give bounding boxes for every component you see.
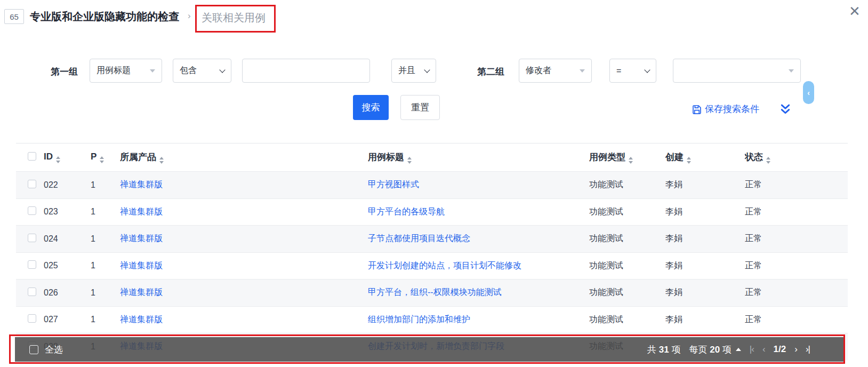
select-all-label: 全选 — [45, 344, 63, 356]
caret-down-icon — [150, 69, 155, 73]
field1-select[interactable]: 用例标题 — [90, 59, 162, 83]
product-link[interactable]: 禅道集群版 — [120, 315, 163, 324]
search-button[interactable]: 搜索 — [353, 95, 389, 120]
case-priority: 1 — [91, 288, 120, 298]
product-link[interactable]: 禅道集群版 — [120, 207, 163, 216]
field2-select[interactable]: 修改者 — [519, 59, 592, 83]
case-title-link[interactable]: 甲方平台，组织--权限模块功能测试 — [368, 288, 502, 297]
table-row: 024 1 禅道集群版 子节点都使用项目迭代概念 功能测试 李娟 正常 — [16, 225, 848, 252]
per-page-text[interactable]: 每页 20 项 — [689, 344, 731, 356]
row-checkbox[interactable] — [28, 314, 36, 323]
prev-page-button[interactable]: ‹ — [762, 344, 765, 355]
case-title-link[interactable]: 开发计划创建的站点，项目计划不能修改 — [368, 261, 521, 270]
collapse-panel-handle[interactable]: ‹ — [803, 81, 814, 104]
case-priority: 1 — [91, 315, 120, 324]
logic-value: 并且 — [398, 65, 415, 76]
case-id: 025 — [44, 261, 91, 270]
save-icon — [692, 105, 702, 114]
case-type: 功能测试 — [589, 260, 665, 272]
case-status: 正常 — [745, 233, 848, 244]
product-link[interactable]: 禅道集群版 — [120, 234, 163, 243]
per-page-count: 20 — [710, 345, 720, 355]
case-status: 正常 — [745, 260, 848, 272]
case-id: 024 — [44, 234, 91, 244]
first-page-button[interactable]: |‹ — [750, 344, 754, 355]
save-search-label: 保存搜索条件 — [705, 103, 759, 115]
breadcrumb-current: 关联相关用例 — [202, 11, 266, 25]
select-all-header-checkbox[interactable] — [28, 152, 36, 161]
table-row: 025 1 禅道集群版 开发计划创建的站点，项目计划不能修改 功能测试 李娟 正… — [16, 252, 848, 280]
sort-icon — [407, 157, 412, 164]
case-creator: 李娟 — [665, 260, 745, 272]
product-link[interactable]: 禅道集群版 — [120, 288, 163, 297]
col-header-id[interactable]: ID — [44, 151, 91, 163]
logic-select[interactable]: 并且 — [391, 59, 436, 83]
chevron-down-icon — [424, 67, 430, 73]
sort-icon — [100, 156, 104, 163]
case-priority: 1 — [91, 180, 120, 190]
cases-table: ID P 所属产品 用例标题 用例类型 创建 状态 022 1 禅道集群版 甲方… — [16, 143, 848, 360]
breadcrumb-separator-icon: › — [188, 11, 191, 21]
last-page-button[interactable]: ›| — [806, 344, 810, 355]
sort-icon — [56, 156, 60, 163]
select-all-checkbox[interactable] — [29, 345, 38, 354]
col-header-title[interactable]: 用例标题 — [368, 151, 589, 164]
product-link[interactable]: 禅道集群版 — [120, 261, 163, 270]
caret-down-icon — [580, 69, 585, 73]
col-header-product[interactable]: 所属产品 — [120, 151, 368, 164]
operator1-value: 包含 — [180, 65, 197, 76]
case-status: 正常 — [745, 287, 848, 298]
link-cases-dialog: 65 专业版和企业版隐藏功能的检查 › 关联相关用例 ✕ 第一组 用例标题 包含… — [0, 0, 868, 367]
chevron-left-icon: ‹ — [807, 89, 810, 97]
case-type: 功能测试 — [589, 206, 665, 218]
case-type: 功能测试 — [589, 314, 665, 325]
case-type: 功能测试 — [589, 287, 665, 298]
col-header-status[interactable]: 状态 — [745, 151, 848, 164]
col-header-type[interactable]: 用例类型 — [589, 151, 665, 164]
case-id: 026 — [44, 288, 91, 298]
chevron-down-icon — [644, 67, 650, 73]
case-id: 023 — [44, 207, 91, 217]
caret-up-icon[interactable] — [736, 348, 741, 351]
table-footer-bar: 全选 共 31 项 每页 20 项 |‹ ‹ 1/2 › ›| — [15, 337, 844, 362]
case-title-link[interactable]: 组织增加部门的添加和维护 — [368, 315, 470, 324]
row-checkbox[interactable] — [28, 260, 36, 269]
caret-down-icon — [789, 69, 794, 73]
operator1-select[interactable]: 包含 — [173, 59, 231, 83]
case-priority: 1 — [91, 207, 120, 217]
field1-value: 用例标题 — [97, 65, 131, 76]
col-header-creator[interactable]: 创建 — [665, 151, 745, 164]
sort-icon — [766, 157, 770, 164]
row-checkbox[interactable] — [28, 180, 36, 188]
operator2-select[interactable]: = — [609, 59, 656, 83]
case-title-link[interactable]: 甲方视图样式 — [368, 180, 419, 189]
expand-more-icon[interactable] — [780, 103, 791, 117]
table-row: 022 1 禅道集群版 甲方视图样式 功能测试 李娟 正常 — [16, 171, 848, 198]
row-checkbox[interactable] — [28, 206, 36, 215]
product-link[interactable]: 禅道集群版 — [120, 180, 163, 189]
case-status: 正常 — [745, 206, 848, 218]
case-creator: 李娟 — [665, 314, 745, 325]
page-title: 专业版和企业版隐藏功能的检查 — [30, 10, 179, 24]
table-body: 022 1 禅道集群版 甲方视图样式 功能测试 李娟 正常 023 1 禅道集群… — [16, 171, 848, 360]
case-status: 正常 — [745, 314, 848, 325]
row-checkbox[interactable] — [28, 288, 36, 296]
case-creator: 李娟 — [665, 287, 745, 298]
case-title-link[interactable]: 甲方平台的各级导航 — [368, 207, 445, 216]
case-priority: 1 — [91, 234, 120, 244]
table-header-row: ID P 所属产品 用例标题 用例类型 创建 状态 — [16, 143, 848, 171]
close-icon[interactable]: ✕ — [849, 4, 861, 18]
col-header-p[interactable]: P — [91, 151, 120, 163]
save-search-link[interactable]: 保存搜索条件 — [692, 103, 759, 115]
case-id: 027 — [44, 315, 91, 324]
case-title-link[interactable]: 子节点都使用项目迭代概念 — [368, 234, 470, 243]
value2-select[interactable] — [673, 59, 801, 83]
case-id: 022 — [44, 180, 91, 190]
field2-value: 修改者 — [526, 65, 551, 76]
next-page-button[interactable]: › — [794, 344, 797, 355]
row-checkbox[interactable] — [28, 234, 36, 242]
story-id-badge: 65 — [4, 9, 24, 24]
reset-button[interactable]: 重置 — [400, 95, 440, 120]
case-type: 功能测试 — [589, 179, 665, 190]
keyword-input[interactable] — [242, 59, 370, 83]
